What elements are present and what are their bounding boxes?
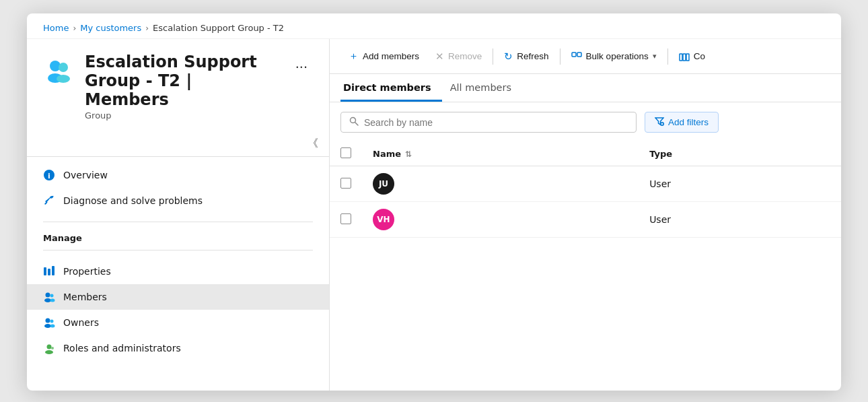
breadcrumb-sep-2: › bbox=[145, 24, 149, 33]
th-name-label: Name bbox=[373, 149, 401, 159]
add-members-label: Add members bbox=[363, 51, 419, 61]
table-row: JU User bbox=[330, 166, 841, 202]
svg-rect-22 bbox=[577, 53, 581, 57]
toolbar: ＋ Add members ✕ Remove ↻ Refresh bbox=[330, 39, 841, 74]
refresh-icon: ↻ bbox=[504, 51, 513, 63]
svg-point-16 bbox=[50, 320, 54, 323]
members-table-body: JU User VH User bbox=[330, 166, 841, 238]
toolbar-separator-2 bbox=[560, 48, 560, 65]
svg-rect-21 bbox=[572, 53, 576, 57]
bulk-operations-label: Bulk operations bbox=[586, 51, 649, 61]
svg-line-27 bbox=[355, 123, 359, 126]
member-avatar-1: VH bbox=[373, 209, 394, 230]
properties-icon bbox=[43, 265, 55, 277]
search-input[interactable] bbox=[364, 117, 628, 128]
th-checkbox bbox=[330, 142, 362, 166]
row-checkbox-cell bbox=[330, 202, 362, 238]
more-options-button[interactable]: ··· bbox=[290, 55, 313, 78]
page-subtitle: Group bbox=[85, 110, 281, 121]
sidebar-item-roles[interactable]: Roles and administrators bbox=[27, 335, 329, 361]
sidebar-item-members-label: Members bbox=[63, 292, 107, 302]
members-icon bbox=[43, 291, 55, 303]
page-header: Escalation Support Group - T2 | Members … bbox=[27, 39, 329, 131]
svg-rect-23 bbox=[680, 54, 682, 61]
svg-point-19 bbox=[45, 350, 53, 354]
search-box[interactable] bbox=[340, 112, 637, 133]
add-filters-label: Add filters bbox=[668, 117, 709, 127]
tab-direct-members-label: Direct members bbox=[343, 82, 431, 93]
add-filters-button[interactable]: Add filters bbox=[645, 112, 719, 133]
toolbar-separator-1 bbox=[493, 48, 493, 65]
select-all-checkbox[interactable] bbox=[340, 147, 351, 158]
columns-icon bbox=[679, 50, 690, 62]
sidebar-item-owners[interactable]: Owners bbox=[27, 310, 329, 335]
svg-point-10 bbox=[46, 293, 50, 298]
remove-label: Remove bbox=[448, 51, 482, 61]
x-icon: ✕ bbox=[435, 51, 444, 63]
search-icon bbox=[349, 116, 359, 128]
row-checkbox-1[interactable] bbox=[340, 213, 351, 224]
breadcrumb: Home › My customers › Escalation Support… bbox=[27, 13, 841, 39]
manage-section-title: Manage bbox=[27, 225, 329, 247]
filter-icon bbox=[655, 116, 664, 128]
sidebar-item-overview-label: Overview bbox=[63, 170, 108, 180]
sidebar-item-roles-label: Roles and administrators bbox=[63, 343, 181, 354]
sidebar-item-properties-label: Properties bbox=[63, 266, 111, 277]
row-type-cell: User bbox=[639, 202, 841, 238]
columns-button[interactable]: Co bbox=[671, 46, 713, 66]
nav-divider-2 bbox=[43, 250, 313, 250]
main-area: Escalation Support Group - T2 | Members … bbox=[27, 39, 841, 391]
svg-point-17 bbox=[50, 325, 55, 328]
row-name-cell: JU bbox=[362, 166, 639, 202]
filters-row: Add filters bbox=[330, 102, 841, 142]
breadcrumb-current: Escalation Support Group - T2 bbox=[153, 23, 284, 33]
breadcrumb-sep-1: › bbox=[73, 24, 76, 33]
tab-all-members-label: All members bbox=[450, 82, 511, 93]
bulk-operations-button[interactable]: Bulk operations ▾ bbox=[563, 46, 665, 66]
roles-icon bbox=[43, 342, 55, 354]
remove-button[interactable]: ✕ Remove bbox=[427, 46, 490, 67]
tab-all-members[interactable]: All members bbox=[447, 74, 522, 102]
chevron-left-icon: 《 bbox=[308, 137, 318, 149]
svg-point-18 bbox=[47, 345, 52, 349]
svg-rect-25 bbox=[686, 54, 689, 61]
member-avatar-0: JU bbox=[373, 173, 394, 195]
row-type-cell: User bbox=[639, 166, 841, 202]
th-type-label: Type bbox=[649, 149, 672, 159]
row-checkbox-0[interactable] bbox=[340, 178, 351, 189]
table-header-row: Name ⇅ Type bbox=[330, 142, 841, 166]
svg-rect-8 bbox=[48, 269, 50, 275]
members-table: Name ⇅ Type bbox=[330, 142, 841, 391]
chevron-down-icon: ▾ bbox=[653, 52, 657, 61]
svg-rect-9 bbox=[52, 266, 55, 275]
breadcrumb-home[interactable]: Home bbox=[43, 23, 69, 33]
svg-rect-24 bbox=[683, 54, 686, 61]
sidebar-item-overview[interactable]: i Overview bbox=[27, 162, 329, 188]
sidebar-item-diagnose[interactable]: Diagnose and solve problems bbox=[27, 188, 329, 213]
sidebar-nav: i Overview Diagnose and solve problems M… bbox=[27, 157, 329, 366]
svg-point-3 bbox=[57, 75, 70, 83]
sidebar-item-diagnose-label: Diagnose and solve problems bbox=[63, 195, 203, 206]
tab-direct-members[interactable]: Direct members bbox=[340, 74, 442, 102]
members-data-table: Name ⇅ Type bbox=[330, 142, 841, 238]
breadcrumb-my-customers[interactable]: My customers bbox=[80, 23, 141, 33]
refresh-button[interactable]: ↻ Refresh bbox=[496, 46, 556, 67]
svg-rect-7 bbox=[44, 267, 46, 275]
tabs-bar: Direct members All members bbox=[330, 74, 841, 102]
sidebar-item-members[interactable]: Members bbox=[27, 284, 329, 310]
app-window: Home › My customers › Escalation Support… bbox=[27, 13, 841, 391]
columns-label: Co bbox=[694, 51, 705, 61]
page-header-text: Escalation Support Group - T2 | Members … bbox=[85, 53, 281, 121]
bulk-icon bbox=[571, 50, 582, 62]
page-title: Escalation Support Group - T2 | Members bbox=[85, 53, 281, 109]
nav-section-manage: Properties Members Owners bbox=[27, 253, 329, 366]
th-type: Type bbox=[639, 142, 841, 166]
group-icon bbox=[43, 54, 75, 86]
row-name-cell: VH bbox=[362, 202, 639, 238]
refresh-label: Refresh bbox=[517, 51, 548, 61]
add-members-button[interactable]: ＋ Add members bbox=[340, 46, 427, 67]
svg-text:i: i bbox=[48, 172, 50, 180]
sidebar-item-properties[interactable]: Properties bbox=[27, 259, 329, 284]
nav-section-top: i Overview Diagnose and solve problems bbox=[27, 157, 329, 219]
collapse-sidebar-button[interactable]: 《 bbox=[302, 134, 324, 154]
